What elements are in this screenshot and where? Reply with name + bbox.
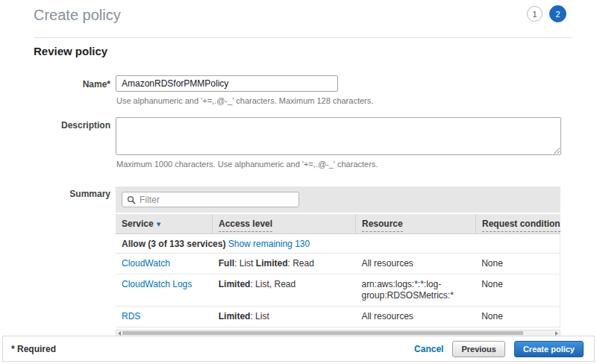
- service-link[interactable]: CloudWatch: [122, 258, 170, 269]
- summary-table-body: Allow (3 of 133 services) Show remaining…: [116, 234, 560, 327]
- required-note: * Required: [11, 344, 56, 354]
- name-label: Name*: [34, 79, 110, 90]
- review-policy-heading: Review policy: [34, 45, 107, 57]
- table-row: CloudWatch LogsLimited: List, Readarn:aw…: [116, 274, 560, 307]
- page-title: Create policy: [34, 7, 121, 24]
- cell-service: RDS: [116, 307, 213, 327]
- service-link[interactable]: CloudWatch Logs: [122, 279, 192, 289]
- step-1-indicator[interactable]: 1: [527, 6, 543, 22]
- cell-request-condition: None: [475, 254, 560, 274]
- cell-request-condition: None: [475, 274, 560, 306]
- allow-group-text: Allow (3 of 133 services): [122, 239, 225, 249]
- footer-actions: Cancel Previous Create policy: [414, 341, 584, 357]
- table-header-row: Service▾ Access level Resource Request c…: [116, 214, 560, 234]
- request-condition-header-label: Request condition: [482, 219, 560, 232]
- cell-access-level: Limited: List: [213, 307, 356, 327]
- show-remaining-link[interactable]: Show remaining 130: [228, 239, 310, 249]
- summary-label: Summary: [34, 189, 110, 199]
- table-rows-container: CloudWatchFull: List Limited: ReadAll re…: [116, 254, 560, 327]
- policy-description-textarea[interactable]: [116, 117, 561, 155]
- filter-input[interactable]: [140, 193, 298, 206]
- service-header-label: Service: [122, 219, 154, 229]
- name-hint: Use alphanumeric and '+=,.@-_' character…: [116, 96, 373, 105]
- header-divider: [34, 37, 572, 38]
- column-header-service[interactable]: Service▾: [116, 214, 213, 233]
- cell-request-condition: None: [475, 307, 560, 327]
- cell-access-level: Full: List Limited: Read: [213, 254, 356, 274]
- footer-bar: * Required Cancel Previous Create policy: [2, 336, 595, 362]
- table-row: RDSLimited: ListAll resourcesNone: [116, 307, 560, 327]
- description-hint: Maximum 1000 characters. Use alphanumeri…: [116, 160, 378, 169]
- cell-service: CloudWatch: [116, 254, 213, 274]
- access-level-header-label: Access level: [219, 219, 272, 232]
- resource-header-label: Resource: [362, 219, 403, 232]
- step-2-indicator[interactable]: 2: [549, 5, 566, 22]
- allow-group-row: Allow (3 of 133 services) Show remaining…: [116, 234, 560, 254]
- column-header-resource: Resource: [356, 214, 476, 233]
- description-field-wrap: [116, 117, 561, 155]
- summary-panel: Service▾ Access level Resource Request c…: [116, 186, 560, 336]
- cell-resource: All resources: [355, 307, 475, 327]
- description-label: Description: [34, 120, 110, 131]
- wizard-steps: 1 2: [527, 5, 566, 22]
- cancel-link[interactable]: Cancel: [414, 344, 443, 354]
- service-link[interactable]: RDS: [122, 311, 140, 321]
- filter-box: [122, 192, 299, 207]
- cell-resource: All resources: [355, 254, 475, 274]
- create-policy-button[interactable]: Create policy: [514, 341, 584, 357]
- policy-name-input[interactable]: [116, 75, 338, 92]
- table-row: CloudWatchFull: List Limited: ReadAll re…: [116, 254, 560, 274]
- cell-resource: arn:aws:logs:*:*:log-group:RDSOSMetrics:…: [355, 274, 475, 306]
- column-header-request-condition: Request condition: [476, 214, 560, 233]
- sort-down-icon: ▾: [157, 219, 161, 228]
- column-header-access-level: Access level: [213, 214, 356, 233]
- scrollbar-thumb[interactable]: [122, 331, 523, 335]
- previous-button[interactable]: Previous: [452, 341, 504, 357]
- cell-access-level: Limited: List, Read: [213, 274, 356, 306]
- filter-bar: [116, 186, 560, 213]
- search-icon: [127, 195, 136, 204]
- create-policy-page: Create policy 1 2 Review policy Name* Us…: [0, 0, 597, 364]
- cell-service: CloudWatch Logs: [116, 274, 213, 306]
